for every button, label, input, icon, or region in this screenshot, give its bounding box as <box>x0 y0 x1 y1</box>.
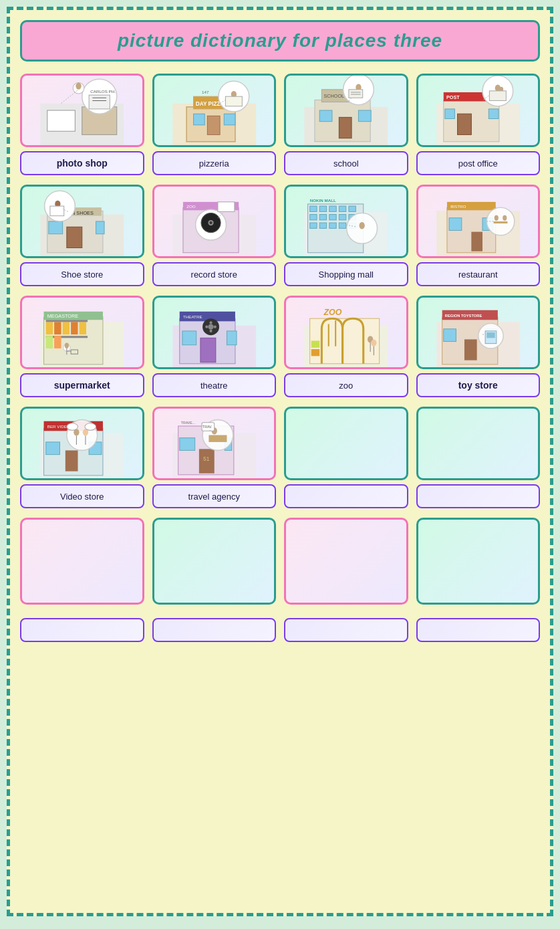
svg-point-9 <box>76 82 81 89</box>
svg-rect-41 <box>444 109 454 119</box>
svg-rect-21 <box>225 96 242 106</box>
svg-rect-96 <box>449 218 462 231</box>
svg-rect-143 <box>311 340 319 347</box>
svg-rect-95 <box>471 232 482 251</box>
image-video-store: BER VIDEO <box>20 407 144 480</box>
svg-text:SCHOOL: SCHOOL <box>323 93 344 99</box>
svg-rect-127 <box>227 331 237 345</box>
svg-rect-80 <box>329 215 336 220</box>
label-pizzeria: pizzeria <box>152 151 277 175</box>
label-supermarket: supermarket <box>20 373 144 397</box>
svg-point-133 <box>213 326 216 328</box>
svg-rect-115 <box>54 336 61 348</box>
label-post-office: post office <box>416 151 541 175</box>
empty-label-1 <box>20 618 144 642</box>
svg-rect-78 <box>310 215 317 220</box>
svg-text:NOKIN MALL: NOKIN MALL <box>310 198 336 203</box>
svg-rect-16 <box>207 116 220 134</box>
row-1: CARLOS PH. photo shop <box>20 74 540 175</box>
svg-point-66 <box>209 221 212 224</box>
svg-rect-107 <box>46 322 53 334</box>
svg-rect-112 <box>46 320 88 322</box>
svg-rect-74 <box>319 206 326 211</box>
label-empty-1 <box>284 484 408 508</box>
card-photo-shop: CARLOS PH. photo shop <box>20 74 144 175</box>
svg-text:147: 147 <box>202 90 209 94</box>
image-school: SCHOOL <box>284 74 408 147</box>
row-2: WESTERN SHOES Shoe store <box>20 185 540 286</box>
svg-rect-79 <box>319 215 326 220</box>
main-container: picture dictionary for places three CARL… <box>7 7 553 916</box>
card-shopping-mall: NOKIN MALL <box>284 185 408 286</box>
svg-rect-161 <box>46 442 60 455</box>
svg-text:51: 51 <box>203 455 210 462</box>
svg-point-89 <box>360 222 365 229</box>
svg-rect-114 <box>46 336 53 348</box>
svg-text:ZOO: ZOO <box>186 204 196 209</box>
svg-point-130 <box>209 321 212 324</box>
label-theatre: theatre <box>152 373 277 397</box>
svg-rect-33 <box>349 90 363 98</box>
card-travel-agency: TRAVE... 51 TRAV. travel age <box>152 407 277 508</box>
svg-rect-42 <box>488 109 499 119</box>
label-school: school <box>284 151 408 175</box>
svg-rect-17 <box>193 114 204 125</box>
image-travel-agency: TRAVE... 51 TRAV. <box>152 407 277 480</box>
svg-text:REGION TOYSTORE: REGION TOYSTORE <box>444 314 482 318</box>
svg-rect-125 <box>200 338 215 362</box>
image-restaurant: BISTRO <box>416 185 541 258</box>
svg-rect-53 <box>49 221 63 234</box>
svg-rect-69 <box>217 202 234 212</box>
label-zoo: zoo <box>284 373 408 397</box>
svg-rect-1 <box>47 110 76 131</box>
svg-rect-57 <box>50 206 64 216</box>
svg-rect-126 <box>182 331 196 345</box>
label-shoe-store: Shoe store <box>20 262 144 286</box>
svg-rect-76 <box>339 206 345 211</box>
label-travel-agency: travel agency <box>152 484 277 508</box>
svg-rect-75 <box>329 206 336 211</box>
svg-text:POST: POST <box>446 94 459 100</box>
svg-rect-29 <box>358 110 371 122</box>
svg-rect-54 <box>96 221 104 234</box>
row-4: BER VIDEO Video store <box>20 407 540 508</box>
label-shopping-mall: Shopping mall <box>284 262 408 286</box>
label-empty-2 <box>416 484 541 508</box>
card-supermarket: MEGASTORE <box>20 296 144 397</box>
label-restaurant: restaurant <box>416 262 541 286</box>
svg-rect-18 <box>224 114 235 125</box>
svg-text:BISTRO: BISTRO <box>450 204 466 209</box>
svg-rect-144 <box>311 349 319 356</box>
empty-label-4 <box>416 618 541 642</box>
page-title: picture dictionary for places three <box>118 30 442 51</box>
svg-point-117 <box>65 343 69 348</box>
empty-image-box-2 <box>152 518 277 605</box>
card-video-store: BER VIDEO Video store <box>20 407 144 508</box>
card-school: SCHOOL school <box>284 74 408 175</box>
svg-rect-77 <box>349 206 356 211</box>
svg-text:TRAV.: TRAV. <box>202 425 212 429</box>
card-theatre: THEATRE theatre <box>152 296 277 397</box>
empty-image-box-3 <box>284 518 408 605</box>
image-empty-1 <box>284 407 408 480</box>
svg-rect-149 <box>464 339 476 360</box>
svg-rect-73 <box>310 206 317 211</box>
empty-image-box-4 <box>416 518 541 605</box>
svg-text:TRAVE...: TRAVE... <box>180 421 194 425</box>
image-pizzeria: DAY PIZZA 147 <box>152 74 277 147</box>
label-photo-shop: photo shop <box>20 151 144 175</box>
image-shopping-mall: NOKIN MALL <box>284 185 408 258</box>
image-zoo: ZOO <box>284 296 408 369</box>
svg-rect-160 <box>65 450 78 471</box>
title-box: picture dictionary for places three <box>20 20 540 62</box>
image-shoe-store: WESTERN SHOES <box>20 185 144 258</box>
card-zoo: ZOO zoo <box>284 296 408 397</box>
svg-rect-150 <box>443 329 456 342</box>
svg-rect-101 <box>493 221 507 223</box>
svg-rect-109 <box>63 322 69 334</box>
svg-rect-110 <box>71 322 78 334</box>
card-toy-store: REGION TOYSTORE toy store <box>416 296 541 397</box>
card-empty-2 <box>416 407 541 508</box>
row-3: MEGASTORE <box>20 296 540 397</box>
card-post-office: POST post office <box>416 74 541 175</box>
